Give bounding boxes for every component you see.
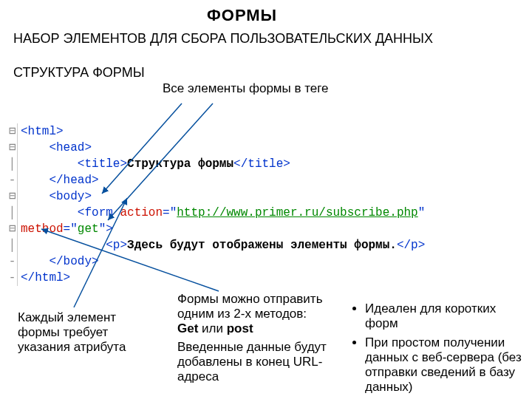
slide-heading-1: НАБОР ЭЛЕМЕНТОВ ДЛЯ СБОРА ПОЛЬЗОВАТЕЛЬСК… [13, 31, 434, 47]
gutter-icon: │ [7, 205, 18, 221]
annotation-left: Каждый элемент формы требует указания ат… [18, 310, 158, 355]
annotation-mid-line1: Формы можно отправить одним из 2-х метод… [177, 292, 347, 321]
gutter-icon: - [7, 270, 18, 286]
fold-icon: ⊟ [7, 140, 18, 156]
list-item: При простом получении данных с веб-серве… [365, 335, 529, 395]
code-block: ⊟<html> ⊟ <head> │ <title>Структура форм… [7, 107, 525, 286]
bullet-list: Идеален для коротких форм При простом по… [352, 301, 529, 399]
annotation-top: Все элементы формы в теге [163, 81, 332, 96]
gutter-icon: - [7, 253, 18, 270]
annotation-mid: Формы можно отправить одним из 2-х метод… [177, 292, 347, 336]
slide-heading-2: СТРУКТУРА ФОРМЫ [13, 65, 161, 81]
fold-icon: ⊟ [7, 221, 18, 237]
gutter-icon: │ [7, 156, 18, 172]
gutter-icon: - [7, 172, 18, 188]
fold-icon: ⊟ [7, 123, 18, 140]
annotation-mid-line2: Get или post [177, 321, 347, 336]
annotation-mid-2: Введенные данные будут добавлены в конец… [177, 340, 347, 384]
slide-title: ФОРМЫ [207, 6, 355, 25]
list-item: Идеален для коротких форм [365, 301, 529, 331]
gutter-icon: │ [7, 237, 18, 253]
fold-icon: ⊟ [7, 188, 18, 205]
